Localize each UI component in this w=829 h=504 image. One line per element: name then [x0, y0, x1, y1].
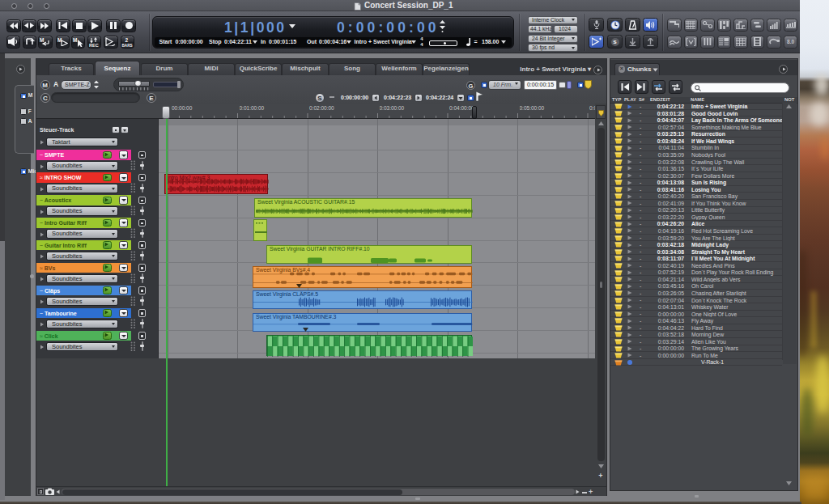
svg-text:2: 2 — [125, 37, 129, 43]
svg-text:REC: REC — [89, 43, 99, 47]
svg-text:M: M — [40, 37, 44, 43]
svg-text:M: M — [73, 37, 77, 43]
svg-text:BARS: BARS — [122, 44, 133, 47]
